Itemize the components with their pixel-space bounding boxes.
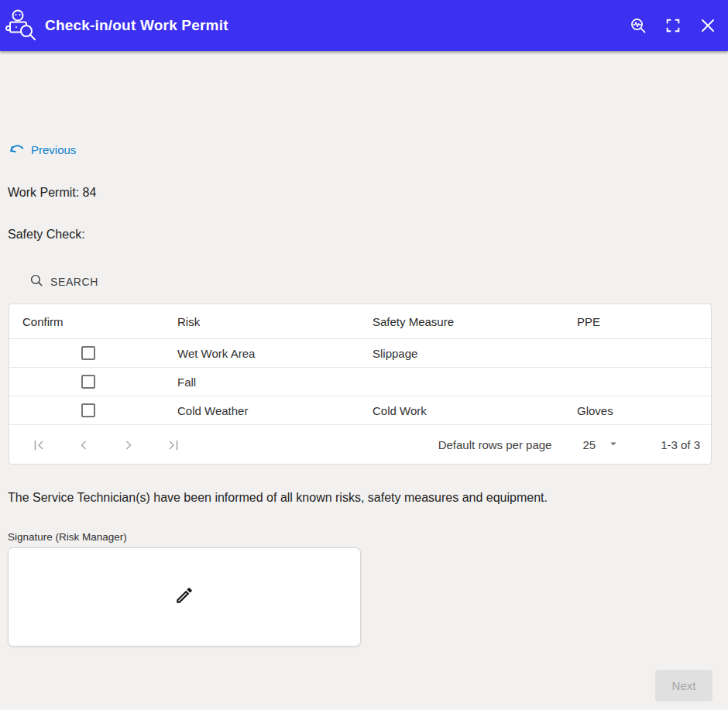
work-permit-number: Work Permit: 84 [8,186,96,200]
rows-per-page-select[interactable]: 25 [582,437,620,454]
table-header-row: Confirm Risk Safety Measure PPE [9,304,711,339]
next-page-icon[interactable] [119,436,138,454]
column-header-ppe: PPE [564,315,711,328]
risk-statement: The Service Technician(s) have been info… [8,491,548,505]
safety-measure-cell: Cold Work [359,404,564,417]
column-header-safety-measure: Safety Measure [359,315,564,328]
undo-arrow-icon [8,139,26,160]
dialog-title: Check-in/out Work Permit [45,17,629,34]
table-row: Cold Weather Cold Work Gloves [9,396,711,425]
edit-pencil-icon [174,585,194,609]
pagination-range: 1-3 of 3 [661,438,700,451]
safety-measure-cell: Slippage [359,347,564,360]
safety-check-table: Confirm Risk Safety Measure PPE Wet Work… [9,304,712,465]
column-header-risk: Risk [164,315,359,328]
close-icon[interactable] [699,16,717,35]
previous-button[interactable]: Previous [8,139,76,160]
previous-label: Previous [31,143,76,156]
search-icon [29,273,44,291]
confirm-checkbox[interactable] [81,346,95,360]
risk-cell: Cold Weather [164,404,359,417]
confirm-checkbox[interactable] [81,375,95,389]
next-button[interactable]: Next [655,670,713,701]
work-permit-dialog: Check-in/out Work Permit [0,0,728,710]
search-insights-icon[interactable] [629,16,647,35]
risk-cell: Wet Work Area [164,347,359,360]
signature-label: Signature (Risk Manager) [8,531,127,543]
safety-check-label: Safety Check: [8,228,85,242]
previous-page-icon[interactable] [74,436,93,454]
rows-per-page-label: Default rows per page [438,438,552,451]
work-permit-inspection-icon [5,8,39,43]
last-page-icon[interactable] [164,436,183,454]
first-page-icon[interactable] [29,436,48,454]
ppe-cell: Gloves [564,404,711,417]
search-input[interactable]: SEARCH [29,271,339,293]
search-placeholder: SEARCH [50,276,98,288]
signature-pad[interactable] [8,547,361,647]
table-row: Wet Work Area Slippage [9,339,711,368]
risk-cell: Fall [164,376,359,389]
chevron-down-icon [606,437,620,454]
table-pagination: Default rows per page 25 1-3 of 3 [9,425,711,465]
confirm-checkbox[interactable] [81,403,95,417]
dialog-header: Check-in/out Work Permit [0,0,728,51]
rows-per-page-value: 25 [582,438,596,451]
fullscreen-icon[interactable] [664,16,682,35]
header-actions [629,16,717,35]
column-header-confirm: Confirm [9,315,164,328]
table-row: Fall [9,368,711,396]
